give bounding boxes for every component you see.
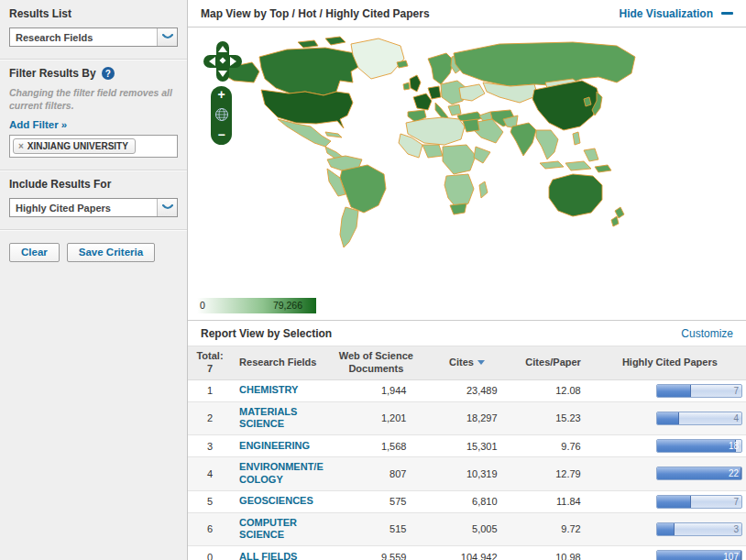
map-region-greenland[interactable] [351, 38, 404, 79]
map-region-borneo[interactable] [584, 148, 598, 161]
map-region-france[interactable] [413, 93, 432, 110]
row-rank: 1 [188, 379, 232, 401]
table-header-row: Total: 7 Research Fields Web of Science … [188, 346, 746, 379]
map-pan-control[interactable] [203, 40, 243, 82]
map-region-canada[interactable] [259, 48, 360, 95]
hcp-bar-fill [657, 523, 675, 535]
map-region-arctic-islands[interactable] [325, 37, 346, 45]
research-field-link[interactable]: ALL FIELDS [239, 551, 297, 560]
map-zoom-control[interactable]: + − [211, 86, 232, 145]
zoom-out-icon[interactable]: − [217, 129, 225, 140]
row-rank: 0 [188, 546, 232, 560]
row-cites-per-paper: 12.08 [513, 379, 594, 401]
hcp-bar-fill [657, 412, 679, 424]
map-region-balkans[interactable] [448, 104, 461, 115]
map-region-central-africa[interactable] [443, 145, 476, 174]
research-field-link[interactable]: CHEMISTRY [239, 384, 298, 397]
results-list-select[interactable]: Research Fields [9, 27, 178, 47]
include-results-select[interactable]: Highly Cited Papers [9, 198, 178, 217]
map-region-australia[interactable] [549, 174, 602, 216]
report-header: Report View by Selection Customize [188, 321, 746, 346]
zoom-in-icon[interactable]: + [217, 89, 225, 100]
map-region-china[interactable] [532, 81, 600, 130]
row-cites-per-paper: 9.72 [513, 512, 594, 546]
map-region-southern-africa[interactable] [444, 174, 474, 209]
map-region-nigeria[interactable] [422, 145, 443, 158]
table-row: 3 ENGINEERING 1,568 15,301 9.76 18 [188, 435, 746, 457]
sidebar-buttons: Clear Save Criteria [0, 230, 187, 275]
map-region-argentina[interactable] [340, 207, 358, 247]
filter-section: Filter Results By ? Changing the filter … [0, 60, 187, 170]
research-field-link[interactable]: GEOSCIENCES [239, 495, 313, 508]
row-docs: 575 [331, 490, 421, 512]
table-row: 2 MATERIALS SCIENCE 1,201 18,297 15.23 4 [188, 401, 746, 435]
world-map[interactable] [188, 31, 746, 290]
map-region-korea[interactable] [584, 97, 591, 106]
row-rank: 4 [188, 457, 232, 491]
map-region-brazil[interactable] [340, 165, 386, 213]
map-region-egypt[interactable] [463, 119, 479, 132]
map-view-title: Map View by Top / Hot / Highly Cited Pap… [201, 7, 430, 20]
remove-tag-icon[interactable]: × [18, 141, 24, 151]
filter-tag-label: XINJIANG UNIVERSITY [27, 141, 128, 151]
map-region-scandinavia[interactable] [428, 53, 454, 84]
chevron-down-icon[interactable] [157, 28, 177, 46]
map-region-russia[interactable] [454, 42, 635, 86]
chevron-down-icon[interactable] [157, 199, 177, 216]
map-region-uk[interactable] [410, 75, 421, 92]
clear-button[interactable]: Clear [9, 243, 60, 262]
research-field-link[interactable]: COMPUTER SCIENCE [239, 517, 329, 543]
map-region-caribbean[interactable] [325, 132, 342, 137]
research-field-link[interactable]: MATERIALS SCIENCE [239, 406, 329, 432]
wos-documents-header: Web of Science Documents [331, 346, 421, 379]
map-region-horn-of-africa[interactable] [474, 147, 490, 163]
row-cites: 104,942 [421, 546, 512, 560]
map-region-arctic-islands[interactable] [298, 40, 318, 48]
hcp-bar: 7 [656, 384, 742, 398]
add-filter-link[interactable]: Add Filter » [9, 119, 67, 135]
map-region-philippines[interactable] [573, 132, 580, 145]
hcp-bar: 4 [656, 412, 742, 425]
hcp-bar: 7 [656, 495, 742, 509]
results-list-selected-value: Research Fields [10, 32, 93, 43]
filter-input-box[interactable]: × XINJIANG UNIVERSITY [9, 135, 178, 158]
map-region-indonesia[interactable] [565, 161, 591, 170]
row-cites-per-paper: 9.76 [513, 435, 594, 457]
cites-sort-header[interactable]: Cites [421, 346, 512, 379]
map-region-southeast-asia[interactable] [536, 130, 558, 159]
map-region-south-africa[interactable] [450, 203, 466, 214]
filter-note: Changing the filter field removes all cu… [9, 87, 178, 118]
map-region-usa[interactable] [261, 90, 353, 128]
row-rank: 3 [188, 435, 232, 457]
sidebar: Results List Research Fields Filter Resu… [0, 0, 188, 560]
hcp-bar-value: 4 [733, 412, 739, 425]
hcp-bar-value: 7 [733, 496, 739, 509]
hcp-bar: 107 [656, 550, 742, 560]
research-field-link[interactable]: ENVIRONMENT/ECOLOGY [239, 461, 329, 487]
row-rank: 6 [188, 512, 232, 546]
map-region-new-zealand[interactable] [611, 216, 619, 226]
results-list-title: Results List [9, 5, 178, 27]
row-docs: 9,559 [331, 546, 421, 560]
filter-tag[interactable]: × XINJIANG UNIVERSITY [13, 138, 136, 154]
help-icon[interactable]: ? [102, 67, 115, 80]
row-rank: 2 [188, 401, 232, 435]
hide-visualization-link[interactable]: Hide Visualization [620, 7, 733, 20]
row-cites: 5,005 [421, 512, 512, 546]
map-region-ireland[interactable] [403, 82, 410, 90]
total-header: Total: 7 [188, 346, 232, 379]
report-view-title: Report View by Selection [201, 327, 332, 340]
hcp-bar: 3 [656, 522, 742, 536]
save-criteria-button[interactable]: Save Criteria [67, 243, 155, 262]
map-region-madagascar[interactable] [479, 181, 488, 198]
map-region-iceland[interactable] [397, 60, 408, 68]
map-region-india[interactable] [510, 123, 536, 156]
research-field-link[interactable]: ENGINEERING [239, 440, 310, 453]
map-region-indonesia[interactable] [540, 161, 564, 169]
map-region-new-guinea[interactable] [595, 165, 611, 172]
table-row: 1 CHEMISTRY 1,944 23,489 12.08 7 [188, 379, 746, 401]
map-region-germany[interactable] [428, 86, 441, 99]
globe-icon[interactable] [214, 107, 229, 122]
customize-link[interactable]: Customize [681, 327, 733, 340]
page: Results List Research Fields Filter Resu… [0, 0, 746, 560]
